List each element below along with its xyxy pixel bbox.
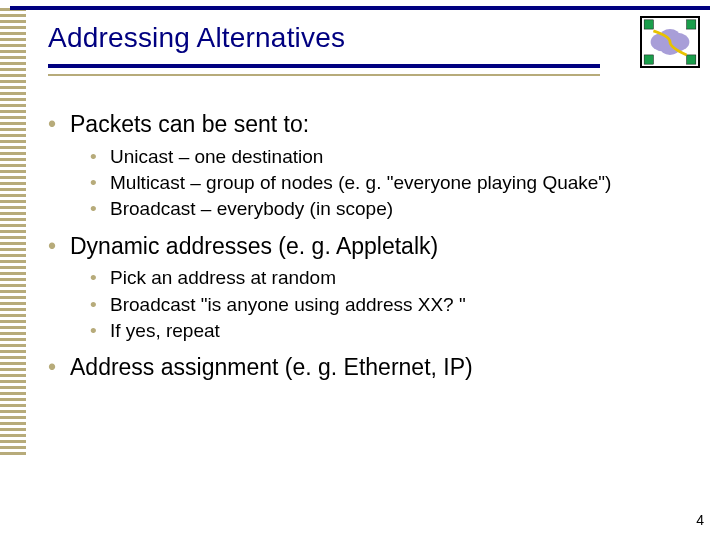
bullet-text: Multicast – group of nodes (e. g. "every… — [110, 172, 611, 193]
sublist-packets: Unicast – one destination Multicast – gr… — [90, 145, 690, 222]
bullet-packets: Packets can be sent to: — [48, 110, 690, 139]
bullet-text: Pick an address at random — [110, 267, 336, 288]
title-underline-thin — [48, 74, 600, 76]
slide-title: Addressing Alternatives — [48, 22, 345, 54]
content-body: Packets can be sent to: Unicast – one de… — [48, 110, 690, 388]
bullet-text: Unicast – one destination — [110, 146, 323, 167]
title-container: Addressing Alternatives — [48, 22, 345, 54]
bullet-dynamic: Dynamic addresses (e. g. Appletalk) — [48, 232, 690, 261]
bullet-repeat: If yes, repeat — [90, 319, 690, 343]
bullet-text: If yes, repeat — [110, 320, 220, 341]
bullet-text: Dynamic addresses (e. g. Appletalk) — [70, 233, 438, 259]
svg-rect-0 — [644, 20, 653, 29]
bullet-assignment: Address assignment (e. g. Ethernet, IP) — [48, 353, 690, 382]
bullet-text: Broadcast "is anyone using address XX? " — [110, 294, 466, 315]
network-cloud-icon — [640, 16, 700, 68]
top-rule — [10, 6, 710, 10]
svg-rect-3 — [687, 55, 696, 64]
bullet-multicast: Multicast – group of nodes (e. g. "every… — [90, 171, 690, 195]
sublist-dynamic: Pick an address at random Broadcast "is … — [90, 266, 690, 343]
page-number: 4 — [696, 512, 704, 528]
bullet-broadcast: Broadcast – everybody (in scope) — [90, 197, 690, 221]
bullet-broadcast-query: Broadcast "is anyone using address XX? " — [90, 293, 690, 317]
bullet-text: Address assignment (e. g. Ethernet, IP) — [70, 354, 473, 380]
bullet-text: Broadcast – everybody (in scope) — [110, 198, 393, 219]
decorative-stripes — [0, 8, 26, 458]
title-underline-thick — [48, 64, 600, 68]
bullet-pick-random: Pick an address at random — [90, 266, 690, 290]
svg-rect-2 — [644, 55, 653, 64]
slide: Addressing Alternatives Packets can be s… — [0, 0, 720, 540]
svg-rect-1 — [687, 20, 696, 29]
bullet-unicast: Unicast – one destination — [90, 145, 690, 169]
bullet-text: Packets can be sent to: — [70, 111, 309, 137]
